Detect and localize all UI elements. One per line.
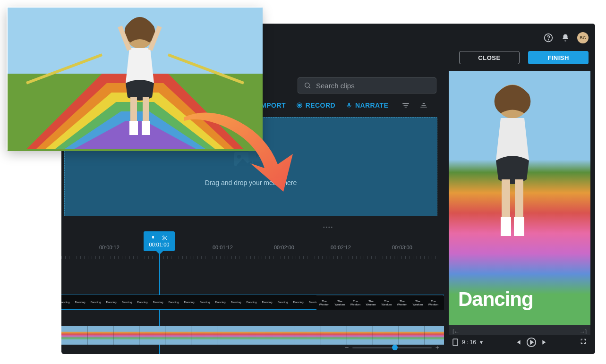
aspect-icon[interactable] xyxy=(452,339,458,346)
preview-video[interactable]: Dancing xyxy=(449,71,590,325)
zoom-thumb[interactable] xyxy=(392,345,398,350)
audio-clip[interactable]: Dancing xyxy=(150,295,166,309)
svg-rect-24 xyxy=(501,217,511,236)
ruler-tick: 00:01:12 xyxy=(213,245,233,250)
scissors-icon[interactable] xyxy=(162,235,168,241)
audio-clip[interactable]: Dancing xyxy=(166,295,181,309)
video-clip-thumb[interactable] xyxy=(165,326,191,345)
video-clip-thumb[interactable] xyxy=(61,326,87,345)
help-icon[interactable] xyxy=(543,33,554,43)
search-icon xyxy=(304,82,311,89)
avatar[interactable]: BG xyxy=(577,32,589,43)
bell-icon[interactable] xyxy=(560,33,571,43)
finish-button[interactable]: FINISH xyxy=(528,51,589,64)
audio-clip[interactable]: Dancing xyxy=(197,295,213,309)
playhead-time: 00:01:00 xyxy=(149,242,170,247)
video-clip-thumb[interactable] xyxy=(87,326,113,345)
playhead-tools xyxy=(151,235,168,241)
svg-rect-6 xyxy=(348,103,350,106)
audio-clip[interactable]: Dancing xyxy=(72,295,88,309)
audio-clip[interactable]: The Weeken xyxy=(394,296,410,310)
audio-clip[interactable]: Dancing xyxy=(181,295,197,309)
close-button[interactable]: CLOSE xyxy=(459,51,520,64)
aspect-ratio-label[interactable]: 9 : 16 xyxy=(462,339,476,346)
video-clip-thumb[interactable] xyxy=(217,326,243,345)
svg-point-2 xyxy=(305,83,309,87)
svg-point-17 xyxy=(163,236,164,237)
video-clip-thumb[interactable] xyxy=(425,326,444,345)
pin-icon[interactable] xyxy=(151,235,155,241)
mic-icon xyxy=(346,102,352,109)
audio-clip[interactable]: Dancing xyxy=(290,295,306,309)
svg-point-18 xyxy=(163,239,164,240)
dragged-media-thumbnail[interactable] xyxy=(7,7,262,150)
audio-clip[interactable]: The Weeken xyxy=(316,296,332,310)
audio-clip[interactable]: The Weeken xyxy=(363,296,379,310)
svg-rect-26 xyxy=(453,339,458,346)
audio-track-2[interactable]: The WeekenThe WeekenThe WeekenThe Weeken… xyxy=(316,296,444,310)
zoom-out-icon[interactable]: − xyxy=(345,344,349,351)
media-actions: IMPORT RECORD NARRATE xyxy=(259,102,388,109)
preview-panel: Dancing [← →] 9 : 16 ▾ xyxy=(449,71,590,349)
ruler-tick: 00:02:12 xyxy=(331,245,351,250)
audio-clip[interactable]: Dancing xyxy=(103,295,119,309)
timeline-tracks: DancingDancingDancingDancingDancingDanci… xyxy=(61,295,444,345)
video-clip-thumb[interactable] xyxy=(269,326,295,345)
video-clip-thumb[interactable] xyxy=(399,326,425,345)
fullscreen-icon[interactable] xyxy=(580,338,587,347)
sort-desc-icon[interactable] xyxy=(419,102,428,110)
video-clip-thumb[interactable] xyxy=(373,326,399,345)
dropzone-hint: Drag and drop your media here xyxy=(205,179,297,186)
search-input[interactable] xyxy=(316,82,430,90)
audio-clip[interactable]: Dancing xyxy=(61,295,72,309)
preview-subject xyxy=(468,80,553,260)
record-icon xyxy=(296,102,303,109)
prev-frame-icon[interactable] xyxy=(515,339,521,346)
audio-clip[interactable]: The Weeken xyxy=(426,296,441,310)
search-input-wrap[interactable] xyxy=(298,77,436,93)
record-button[interactable]: RECORD xyxy=(296,102,335,109)
audio-clip[interactable]: The Weeken xyxy=(410,296,426,310)
svg-marker-28 xyxy=(530,340,533,344)
svg-point-1 xyxy=(548,40,549,40)
audio-clip[interactable]: Dancing xyxy=(213,295,228,309)
panel-drag-handle[interactable]: •••• xyxy=(323,225,333,230)
svg-point-14 xyxy=(237,155,241,159)
audio-clip[interactable]: Dancing xyxy=(259,295,275,309)
svg-line-3 xyxy=(309,87,310,88)
narrate-button[interactable]: NARRATE xyxy=(346,102,388,109)
video-clip-thumb[interactable] xyxy=(113,326,139,345)
svg-rect-25 xyxy=(514,217,524,236)
video-track[interactable] xyxy=(61,326,444,345)
video-clip-thumb[interactable] xyxy=(139,326,165,345)
audio-clip[interactable]: Dancing xyxy=(135,295,150,309)
play-icon[interactable] xyxy=(526,337,537,347)
ruler-tick: 00:03:00 xyxy=(392,245,412,250)
zoom-slider[interactable]: − + xyxy=(345,344,439,351)
import-button[interactable]: IMPORT xyxy=(259,102,286,109)
audio-clip[interactable]: Dancing xyxy=(88,295,103,309)
audio-clip[interactable]: The Weeken xyxy=(379,296,394,310)
preview-overlay-text: Dancing xyxy=(458,288,533,311)
audio-clip[interactable]: The Weeken xyxy=(348,296,363,310)
audio-clip[interactable]: Dancing xyxy=(228,295,244,309)
ruler-tick: 00:00:12 xyxy=(99,245,119,250)
video-clip-thumb[interactable] xyxy=(295,326,321,345)
import-label: IMPORT xyxy=(259,102,286,109)
zoom-in-icon[interactable]: + xyxy=(435,344,439,351)
zoom-track[interactable] xyxy=(352,347,432,348)
video-clip-thumb[interactable] xyxy=(191,326,217,345)
video-clip-thumb[interactable] xyxy=(347,326,373,345)
audio-clip[interactable]: The Weeken xyxy=(332,296,348,310)
audio-clip[interactable]: Dancing xyxy=(119,295,135,309)
svg-rect-42 xyxy=(129,121,138,135)
audio-clip[interactable]: Dancing xyxy=(275,295,290,309)
aspect-caret-icon[interactable]: ▾ xyxy=(480,339,483,346)
audio-clip[interactable]: Dancing xyxy=(244,295,259,309)
video-clip-thumb[interactable] xyxy=(243,326,269,345)
sort-asc-icon[interactable] xyxy=(401,102,410,110)
preview-controls: 9 : 16 ▾ xyxy=(449,334,590,349)
video-clip-thumb[interactable] xyxy=(321,326,347,345)
next-frame-icon[interactable] xyxy=(541,339,548,346)
record-label: RECORD xyxy=(306,102,335,109)
